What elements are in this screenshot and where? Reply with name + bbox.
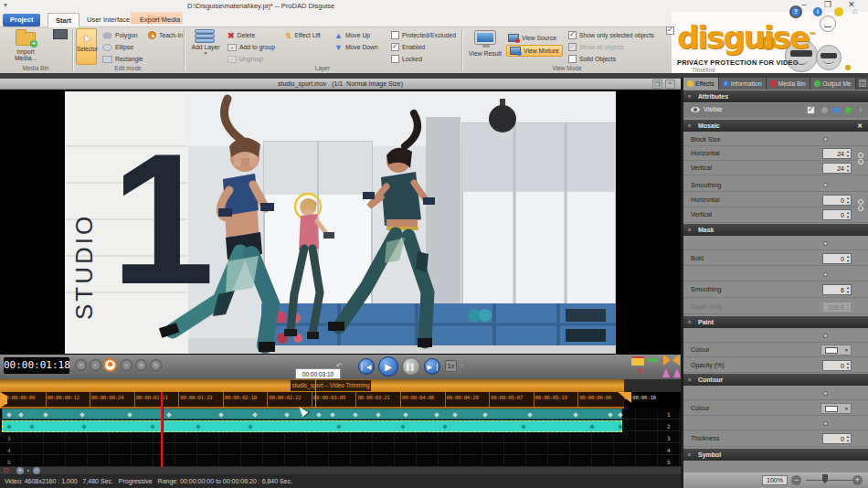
mosaic-header[interactable]: »Mosaic✕ <box>683 120 868 132</box>
add-layer-button[interactable]: Add Layer ▼ <box>188 29 223 56</box>
keyframe-diamond[interactable] <box>608 412 613 418</box>
dropdown-arrow-icon[interactable]: ▼ <box>844 347 849 353</box>
panel-menu-icon[interactable]: ▭ <box>858 79 867 88</box>
tab-information[interactable]: iInformation <box>719 78 767 90</box>
keyframe-diamond[interactable] <box>6 412 12 418</box>
thickness-value[interactable]: 0 <box>841 436 844 442</box>
zoom-in-icon[interactable]: + <box>16 467 24 474</box>
skip-end-button[interactable]: » <box>135 359 147 371</box>
tab-export-media[interactable]: Export Media <box>132 13 187 27</box>
spinner-arrows-icon[interactable]: ▲▼ <box>846 285 850 294</box>
skip-start-button[interactable]: « <box>75 359 87 371</box>
move-up-button[interactable]: ▲ Move Up <box>334 30 370 40</box>
record-button[interactable] <box>103 358 117 372</box>
paint-header[interactable]: »Paint <box>683 316 868 328</box>
tab-media-bin[interactable]: Media Bin <box>767 78 810 90</box>
zoom-out-button[interactable]: − <box>791 475 801 485</box>
keyframe-toggle-icon[interactable] <box>823 334 828 338</box>
contour-colour-swatch[interactable]: ▼ <box>820 403 852 414</box>
dropdown-arrow-icon[interactable]: ▼ <box>844 406 849 411</box>
visible-row[interactable]: Visible ✓ › <box>683 103 868 118</box>
tab-effects[interactable]: Effects <box>683 78 719 90</box>
play-button[interactable]: ▶ <box>378 356 398 377</box>
mosaic-horizontal-value[interactable]: 24 <box>837 151 844 157</box>
mosaic-horizontal-spinner[interactable]: 24▲▼ <box>822 148 852 159</box>
track-row-3[interactable] <box>0 432 681 443</box>
info-icon[interactable]: i <box>813 7 822 16</box>
track-row-4[interactable] <box>0 444 681 455</box>
mask-header[interactable]: »Mask <box>683 224 868 236</box>
mosaic-vertical-value[interactable]: 24 <box>837 165 844 172</box>
spinner-arrows-icon[interactable]: ▲▼ <box>846 254 850 263</box>
go-to-start-button[interactable]: ▏◀ <box>358 358 375 375</box>
keyframe-toggle-icon[interactable] <box>823 272 828 277</box>
opacity-value[interactable]: 0 <box>841 363 844 369</box>
track2-clip[interactable] <box>2 420 622 432</box>
keyframe-toggle-icon[interactable] <box>823 391 828 396</box>
spinner-arrows-icon[interactable]: ▲▼ <box>846 434 850 443</box>
ungroup-button[interactable]: − Ungroup <box>228 54 263 64</box>
solid-objects-box[interactable] <box>568 55 577 63</box>
keyframe-diamond[interactable] <box>29 424 35 430</box>
video-canvas[interactable]: 1 STUDIO <box>0 90 681 355</box>
selector-button[interactable]: ➤ Selector <box>76 28 97 65</box>
timeline-clip-bar[interactable]: studio_sport – Video Trimming <box>0 379 681 392</box>
go-to-end-button[interactable]: ▶▕ <box>424 358 440 375</box>
keyframe-diamond[interactable] <box>284 412 290 418</box>
keyframe-diamond[interactable] <box>248 424 253 430</box>
keyframe-diamond[interactable] <box>196 424 201 430</box>
lightbulb-icon[interactable] <box>834 7 843 16</box>
keyframe-toggle-icon[interactable] <box>823 137 828 142</box>
keyframe-diamond[interactable] <box>376 412 381 418</box>
rectangle-button[interactable]: Rectangle <box>102 54 143 64</box>
close-button[interactable]: ✕ <box>841 0 863 11</box>
protected-checkbox[interactable]: Protected/Excluded <box>391 30 456 40</box>
marker-flag-icon[interactable] <box>631 356 644 366</box>
smoothing-horizontal-spinner[interactable]: 0▲▼ <box>822 195 852 206</box>
effect-lift-button[interactable]: ↯ Effect Lift <box>285 30 321 40</box>
zoom-value[interactable]: 100% <box>762 475 788 485</box>
more-flags-icon[interactable]: › <box>860 107 862 113</box>
zoom-in-button[interactable]: + <box>852 475 863 485</box>
spinner-arrows-icon[interactable]: ▲▼ <box>846 210 850 219</box>
visible-checkbox[interactable]: ✓ <box>807 106 815 114</box>
keyframe-toggle-icon[interactable] <box>823 421 828 426</box>
keyframe-diamond[interactable] <box>81 424 87 430</box>
show-all-objects-checkbox[interactable]: ✓ Show all objects <box>568 42 624 52</box>
keyframe-diamond[interactable] <box>573 412 578 418</box>
link-values-icon[interactable] <box>856 197 865 217</box>
ellipse-button[interactable]: Ellipse <box>102 42 133 52</box>
track1-clip[interactable] <box>2 408 622 419</box>
keyframe-diamond[interactable] <box>6 424 12 430</box>
blue-flag-icon[interactable] <box>833 107 840 113</box>
spinner-arrows-icon[interactable]: ▲▼ <box>846 149 850 158</box>
collapse-icon[interactable]: » <box>683 124 695 128</box>
mosaic-vertical-spinner[interactable]: 24▲▼ <box>822 163 852 174</box>
next-marker-icon[interactable]: › <box>460 361 463 370</box>
keyframe-diamond[interactable] <box>618 412 623 418</box>
keyframe-diamond[interactable] <box>18 412 24 418</box>
symbol-header[interactable]: »Symbol <box>683 449 868 461</box>
polygon-button[interactable]: Polygon <box>102 30 138 40</box>
show-all-objects-box[interactable]: ✓ <box>568 43 577 51</box>
locked-checkbox-box[interactable] <box>391 55 399 63</box>
contour-header[interactable]: »Contour <box>683 374 868 386</box>
view-result-button[interactable]: View Result <box>466 30 504 57</box>
thickness-spinner[interactable]: 0▲▼ <box>822 433 852 444</box>
home-icon[interactable]: ⌂ <box>852 6 857 16</box>
protected-checkbox-box[interactable] <box>391 31 399 39</box>
smoothing-vertical-value[interactable]: 0 <box>841 212 844 218</box>
keyframe-diamond[interactable] <box>403 412 408 418</box>
smoothing-horizontal-value[interactable]: 0 <box>841 197 844 204</box>
attributes-header[interactable]: »Attributes <box>683 90 868 102</box>
keyframe-wing-right-icon[interactable] <box>672 355 680 366</box>
spinner-arrows-icon[interactable]: ▲▼ <box>846 361 850 370</box>
keyframe-diamond[interactable] <box>589 424 595 430</box>
timeline-ruler[interactable]: 00:00:00:0000:00:00:1200:00:00:2400:00:0… <box>0 392 681 408</box>
view-source-button[interactable]: View Source <box>508 33 556 43</box>
delete-button[interactable]: ✖ Delete <box>228 30 255 40</box>
playhead[interactable] <box>161 392 163 467</box>
bold-spinner[interactable]: 0▲▼ <box>822 253 852 264</box>
viewer-title-bar[interactable]: studio_sport.mov (1/1 Normal Image Size)… <box>0 79 681 90</box>
help-icon[interactable]: ? <box>791 7 800 16</box>
